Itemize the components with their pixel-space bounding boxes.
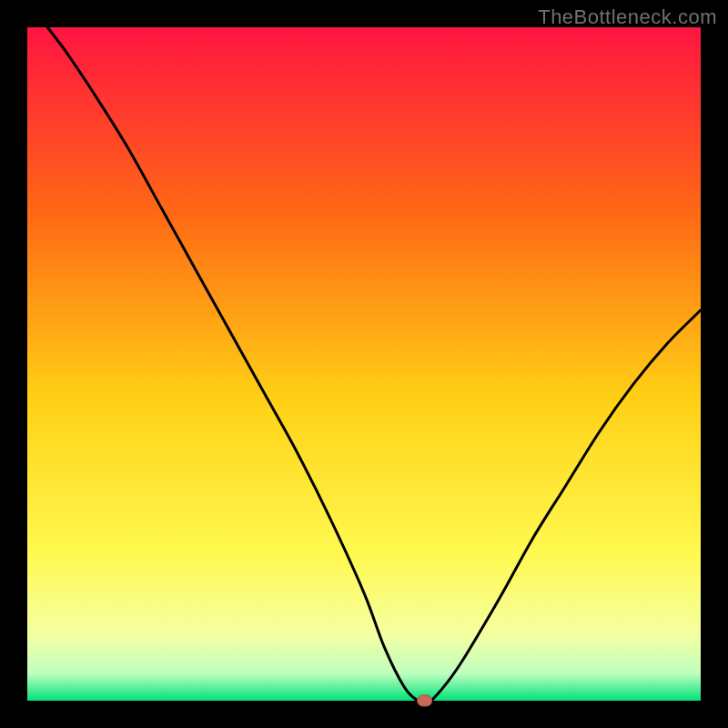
bottleneck-chart [0, 0, 728, 728]
gradient-background [27, 27, 701, 701]
attribution-label: TheBottleneck.com [538, 5, 717, 29]
chart-stage: TheBottleneck.com [0, 0, 728, 728]
optimal-point-marker [418, 695, 432, 706]
plot-area [27, 27, 701, 706]
